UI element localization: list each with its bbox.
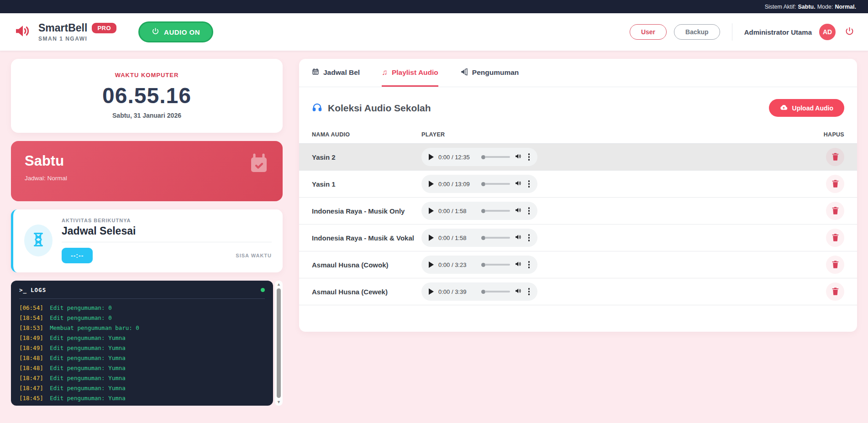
- delete-track-button[interactable]: [826, 148, 844, 166]
- active-day-name: Sabtu: [25, 153, 269, 169]
- volume-button[interactable]: [515, 233, 522, 242]
- music-note-icon: ♫: [382, 68, 388, 77]
- player-cell: 0:00 / 13:09: [421, 175, 794, 193]
- audio-player[interactable]: 0:00 / 3:23: [421, 256, 537, 274]
- avatar[interactable]: AD: [819, 24, 836, 40]
- app-title: SmartBell: [38, 22, 87, 34]
- power-off-icon: [845, 26, 854, 37]
- logs-scrollbar[interactable]: ▲ ▼: [275, 281, 283, 406]
- player-menu-button[interactable]: [527, 287, 531, 296]
- log-entry: [18:45] Edit pengumuman: Yumna: [19, 395, 265, 402]
- tab-jadwal-bel[interactable]: Jadwal Bel: [312, 59, 360, 87]
- volume-button[interactable]: [515, 179, 522, 188]
- trash-icon: [831, 179, 839, 189]
- clock-date: Sabtu, 31 Januari 2026: [11, 112, 283, 119]
- delete-cell: [794, 256, 844, 274]
- audio-player[interactable]: 0:00 / 1:58: [421, 202, 537, 220]
- delete-cell: [794, 148, 844, 166]
- log-timestamp: [18:49]: [19, 345, 43, 351]
- seek-slider[interactable]: [481, 209, 510, 213]
- log-message: Edit pengumuman: Yumna: [50, 385, 126, 392]
- column-nama-audio: NAMA AUDIO: [312, 131, 421, 138]
- seek-slider[interactable]: [481, 236, 510, 240]
- audio-toggle-button[interactable]: AUDIO ON: [138, 21, 213, 42]
- track-name: Indonesia Raya - Musik Only: [312, 207, 421, 215]
- audio-track-row: Asmaul Husna (Cowok) 0:00 / 3:23: [299, 251, 857, 278]
- user-button[interactable]: User: [630, 24, 667, 40]
- audio-track-row: Indonesia Raya - Musik Only 0:00 / 1:58: [299, 198, 857, 225]
- seek-slider[interactable]: [481, 263, 510, 267]
- play-button[interactable]: [429, 154, 434, 160]
- volume-button[interactable]: [515, 152, 522, 162]
- play-button[interactable]: [429, 181, 434, 187]
- volume-button[interactable]: [515, 287, 522, 296]
- next-activity-card: AKTIVITAS BERIKUTNYA Jadwal Selesai --:-…: [11, 209, 283, 272]
- seek-slider[interactable]: [481, 155, 510, 159]
- audio-player[interactable]: 0:00 / 1:58: [421, 229, 537, 247]
- seek-track[interactable]: [485, 264, 510, 266]
- logs-divider: [19, 298, 265, 299]
- school-name: SMAN 1 NGAWI: [38, 36, 116, 42]
- seek-track[interactable]: [485, 210, 510, 212]
- log-entry: [18:49] Edit pengumuman: Yumna: [19, 334, 265, 341]
- player-menu-button[interactable]: [527, 206, 531, 215]
- mode-label: Mode:: [817, 4, 833, 10]
- player-menu-button[interactable]: [527, 152, 531, 162]
- player-menu-button[interactable]: [527, 260, 531, 269]
- scroll-down-arrow-icon[interactable]: ▼: [277, 400, 281, 404]
- scroll-up-arrow-icon[interactable]: ▲: [277, 282, 281, 287]
- next-activity-label: AKTIVITAS BERIKUTNYA: [62, 218, 272, 223]
- delete-track-button[interactable]: [826, 282, 844, 301]
- upload-audio-button[interactable]: Upload Audio: [769, 99, 844, 117]
- trash-icon: [831, 287, 839, 297]
- log-message: Edit pengumuman: Yumna: [50, 395, 126, 402]
- seek-track[interactable]: [485, 291, 510, 292]
- track-name: Yasin 1: [312, 180, 421, 188]
- log-entry: [18:48] Edit pengumuman: Yumna: [19, 365, 265, 371]
- log-message: Edit pengumuman: Yumna: [50, 375, 126, 381]
- delete-track-button[interactable]: [826, 202, 844, 220]
- seek-slider[interactable]: [481, 290, 510, 294]
- audio-player[interactable]: 0:00 / 3:39: [421, 282, 537, 301]
- next-activity-body: AKTIVITAS BERIKUTNYA Jadwal Selesai --:-…: [62, 218, 272, 263]
- seek-track[interactable]: [485, 237, 510, 239]
- volume-button[interactable]: [515, 206, 522, 215]
- scrollbar-thumb[interactable]: [277, 288, 281, 398]
- log-message: Membuat pengumuman baru: 0: [50, 324, 139, 331]
- brand: SmartBell PRO SMAN 1 NGAWI: [14, 22, 116, 42]
- delete-track-button[interactable]: [826, 256, 844, 274]
- player-menu-button[interactable]: [527, 233, 531, 242]
- log-message: Edit pengumuman: 0: [50, 304, 111, 311]
- delete-track-button[interactable]: [826, 229, 844, 247]
- trash-icon: [831, 260, 839, 270]
- column-hapus: HAPUS: [794, 131, 844, 138]
- play-button[interactable]: [429, 288, 434, 295]
- seek-slider[interactable]: [481, 182, 510, 186]
- log-timestamp: [18:45]: [19, 395, 43, 402]
- backup-button[interactable]: Backup: [674, 24, 720, 40]
- log-timestamp: [18:48]: [19, 365, 43, 371]
- column-player: PLAYER: [421, 131, 794, 138]
- logout-button[interactable]: [845, 26, 854, 37]
- tab-pengumuman[interactable]: Pengumuman: [460, 59, 519, 87]
- logs-status-dot: [261, 288, 265, 292]
- audio-player[interactable]: 0:00 / 13:09: [421, 175, 537, 193]
- volume-icon: [515, 260, 522, 269]
- play-button[interactable]: [429, 261, 434, 268]
- player-menu-button[interactable]: [527, 179, 531, 188]
- volume-button[interactable]: [515, 260, 522, 269]
- play-button[interactable]: [429, 235, 434, 241]
- delete-track-button[interactable]: [826, 175, 844, 193]
- tab-playlist-audio[interactable]: ♫ Playlist Audio: [382, 59, 438, 87]
- seek-track[interactable]: [485, 183, 510, 185]
- countdown-badge: --:--: [62, 248, 93, 263]
- audio-track-row: Asmaul Husna (Cewek) 0:00 / 3:39: [299, 278, 857, 305]
- next-activity-title: Jadwal Selesai: [62, 225, 272, 237]
- content-panel: Jadwal Bel ♫ Playlist Audio Pengumuman: [299, 59, 857, 332]
- player-time: 0:00 / 13:09: [438, 181, 477, 188]
- seek-track[interactable]: [485, 156, 510, 158]
- play-button[interactable]: [429, 208, 434, 214]
- system-active-day: Sabtu.: [798, 4, 815, 10]
- system-active-label: Sistem Aktif:: [765, 4, 796, 10]
- audio-player[interactable]: 0:00 / 12:35: [421, 148, 537, 166]
